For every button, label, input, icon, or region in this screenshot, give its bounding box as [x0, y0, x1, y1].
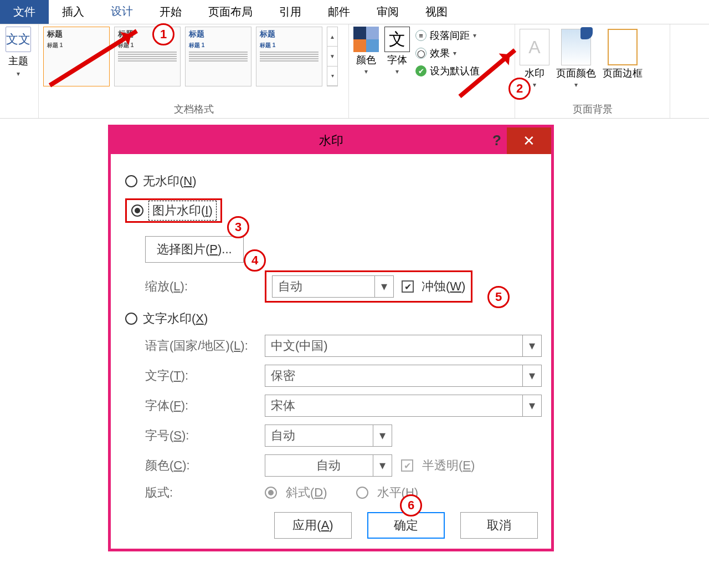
chevron-down-icon: ▾	[395, 68, 399, 75]
chevron-down-icon: ▾	[473, 32, 476, 39]
select-picture-button[interactable]: 选择图片(P)...	[145, 236, 244, 263]
style-thumb-4[interactable]: 标题 标题 1	[256, 27, 322, 86]
size-select[interactable]: 自动 ▾	[265, 425, 392, 447]
annotation-circle-2: 2	[508, 78, 531, 100]
paragraph-spacing-button[interactable]: ≡段落间距 ▾	[415, 29, 480, 42]
radio-diagonal[interactable]	[265, 487, 277, 499]
radio-horizontal[interactable]	[356, 487, 368, 499]
apply-button[interactable]: 应用(A)	[274, 512, 352, 539]
check-icon: ✔	[415, 65, 427, 76]
chevron-down-icon: ▾	[373, 455, 392, 476]
cancel-button[interactable]: 取消	[460, 512, 538, 539]
page-border-button[interactable]: 页面边框	[603, 29, 643, 89]
page-color-button[interactable]: 页面颜色▾	[556, 29, 596, 89]
color-select[interactable]: 自动 ▾	[265, 454, 392, 477]
text-select[interactable]: 保密 ▾	[265, 365, 542, 387]
dialog-title: 水印	[319, 132, 343, 149]
semi-checkbox[interactable]	[401, 459, 413, 472]
lang-select[interactable]: 中文(中国) ▾	[265, 335, 542, 357]
close-button[interactable]: ✕	[507, 127, 551, 154]
dialog-titlebar: 水印 ? ✕	[111, 127, 551, 154]
chevron-down-icon: ▾	[373, 425, 392, 446]
tab-mail[interactable]: 邮件	[315, 0, 363, 24]
annotation-circle-4: 4	[244, 249, 266, 272]
watermark-icon: A	[520, 29, 549, 65]
chevron-down-icon: ▾	[533, 81, 536, 89]
radio-text-watermark[interactable]: 文字水印(X)	[125, 310, 542, 327]
color-label: 颜色(C):	[145, 457, 256, 474]
washout-checkbox[interactable]	[402, 280, 414, 293]
scroll-down-icon[interactable]: ▼	[327, 47, 337, 66]
size-label: 字号(S):	[145, 427, 256, 444]
page-border-icon	[608, 29, 638, 65]
radio-icon	[125, 175, 137, 187]
effects-icon: ◯	[415, 48, 427, 59]
scale-label: 缩放(L):	[145, 278, 256, 295]
tab-file[interactable]: 文件	[0, 0, 49, 24]
doc-format-label: 文档格式	[43, 103, 344, 118]
tab-start[interactable]: 开始	[146, 0, 195, 24]
tab-insert[interactable]: 插入	[49, 0, 97, 24]
spacing-icon: ≡	[415, 30, 427, 41]
annotation-circle-6: 6	[400, 494, 422, 517]
chevron-down-icon: ▾	[17, 70, 20, 78]
tab-design[interactable]: 设计	[97, 0, 146, 24]
chevron-down-icon: ▾	[522, 395, 541, 416]
scale-row: 缩放(L): 自动 ▾ 冲蚀(W)	[145, 270, 542, 303]
scroll-more-icon[interactable]: ▾	[327, 67, 337, 86]
scale-select[interactable]: 自动 ▾	[272, 275, 394, 298]
themes-label: 主题	[8, 54, 28, 68]
radio-icon	[125, 313, 137, 325]
font-select[interactable]: 宋体 ▾	[265, 395, 542, 417]
annotation-circle-1: 1	[152, 23, 174, 45]
lang-label: 语言(国家/地区)(L):	[145, 338, 256, 354]
radio-picture-watermark[interactable]: 图片水印(I)	[125, 198, 222, 223]
set-default-button[interactable]: ✔设为默认值	[415, 64, 480, 78]
style-thumb-3[interactable]: 标题 标题 1	[185, 27, 251, 86]
help-button[interactable]: ?	[492, 132, 501, 149]
annotation-circle-3: 3	[227, 216, 249, 238]
chevron-down-icon: ▾	[453, 49, 456, 57]
layout-label: 版式:	[145, 484, 256, 501]
themes-icon: 文文	[6, 27, 31, 52]
page-bg-label: 页面背景	[520, 103, 665, 118]
group-doc-format: 标题 标题 1 标题 标题 1 标题 标题 1 标题 标题 1 ▲ ▼ ▾	[39, 24, 349, 118]
chevron-down-icon: ▾	[364, 68, 368, 75]
semi-label: 半透明(E)	[422, 457, 475, 474]
fonts-button[interactable]: 文 字体▾	[384, 27, 410, 78]
tab-layout[interactable]: 页面布局	[195, 0, 266, 24]
chevron-down-icon: ▾	[522, 335, 541, 356]
fonts-icon: 文	[384, 27, 410, 52]
group-page-background: A 水印▾ 页面颜色▾ 页面边框 页面背景	[515, 24, 670, 118]
chevron-down-icon: ▾	[522, 365, 541, 386]
watermark-dialog: 水印 ? ✕ 无水印(N) 图片水印(I) 选择图片(P)... 缩放(L): …	[108, 125, 554, 551]
ok-button[interactable]: 确定	[367, 512, 445, 539]
chevron-down-icon: ▾	[374, 276, 393, 297]
page-color-icon	[561, 29, 591, 65]
style-gallery[interactable]: 标题 标题 1 标题 标题 1 标题 标题 1 标题 标题 1 ▲ ▼ ▾	[43, 27, 344, 86]
scroll-up-icon[interactable]: ▲	[327, 27, 337, 47]
ribbon-content: 文文 主题 ▾ 标题 标题 1 标题 标题 1 标题 标题 1 标题	[0, 24, 709, 119]
radio-icon	[131, 204, 143, 217]
annotation-circle-5: 5	[487, 286, 510, 308]
chevron-down-icon: ▾	[574, 81, 578, 89]
group-themes: 文文 主题 ▾	[0, 24, 39, 118]
themes-button[interactable]: 文文 主题 ▾	[4, 27, 32, 78]
tab-view[interactable]: 视图	[412, 0, 461, 24]
effects-button[interactable]: ◯效果 ▾	[415, 47, 480, 60]
colors-button[interactable]: 颜色▾	[353, 27, 379, 78]
tab-review[interactable]: 审阅	[363, 0, 412, 24]
font-label: 字体(F):	[145, 397, 256, 414]
style-gallery-scroll[interactable]: ▲ ▼ ▾	[327, 27, 338, 86]
colors-icon	[353, 27, 379, 52]
ribbon-tabs: 文件 插入 设计 开始 页面布局 引用 邮件 审阅 视图	[0, 0, 709, 24]
radio-no-watermark[interactable]: 无水印(N)	[125, 173, 542, 190]
text-label: 文字(T):	[145, 367, 256, 384]
washout-label: 冲蚀(W)	[422, 278, 465, 295]
tab-reference[interactable]: 引用	[266, 0, 315, 24]
